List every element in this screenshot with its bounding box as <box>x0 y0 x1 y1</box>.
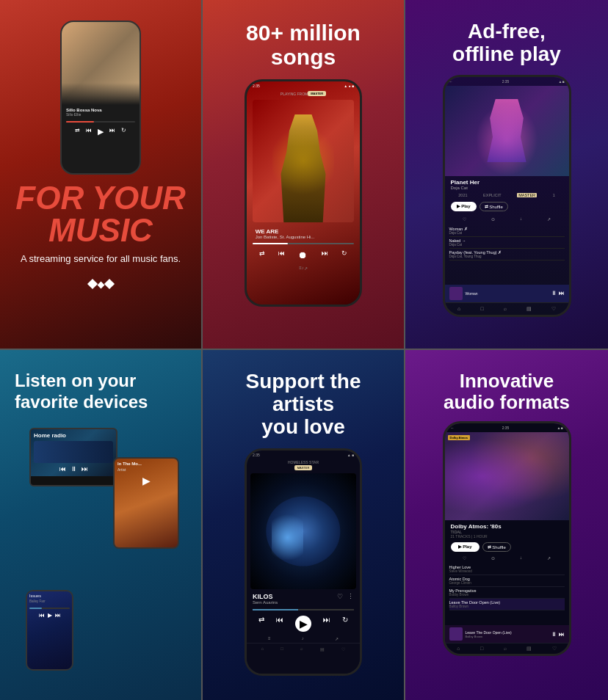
btn-row-6: ▶ Play ⇄ Shuffle <box>451 542 563 552</box>
download-icon-6[interactable]: ↓ <box>520 555 522 561</box>
fav-5[interactable]: ♡ <box>341 646 345 652</box>
next-icon[interactable]: ⏭ <box>109 127 115 136</box>
device-tv: Home radio ⏮ ⏸ ⏭ <box>29 428 117 486</box>
play-button-6[interactable]: ▶ Play <box>451 542 479 552</box>
track-artist-6-4: Balfoy Brown <box>449 605 565 608</box>
pause-np-3[interactable]: ⏸ <box>551 290 557 296</box>
cell-for-your-music: Sillo Bossa Nova Sillo Ellie ⇄ ⏮ ▶ ⏭ ↻ F… <box>0 0 203 350</box>
track-info-1: Sillo Bossa Nova Sillo Ellie <box>62 105 140 120</box>
credits-icon-3[interactable]: ⊙ <box>491 216 495 222</box>
heading-5: Support the artists you love <box>217 371 389 438</box>
back-3[interactable]: ← <box>449 79 453 84</box>
main-title-1: FOR YOUR MUSIC <box>15 182 185 247</box>
shuffle-2[interactable]: ⇄ <box>259 249 265 260</box>
progress-bar-1[interactable] <box>66 121 135 123</box>
tv-prev[interactable]: ⏮ <box>59 465 66 473</box>
prog-fill-2 <box>253 243 289 244</box>
tv-app-ui: Home radio ⏮ ⏸ ⏭ <box>31 429 116 475</box>
heart-icon-6[interactable]: ♡ <box>463 555 466 561</box>
track-artist-3-3: Doja Cat, Young Thug <box>449 255 565 258</box>
home-nav-6[interactable]: ⌂ <box>457 646 460 652</box>
phone-sm-prev[interactable]: ⏮ <box>39 612 45 619</box>
play-5[interactable]: ▶ <box>295 616 311 632</box>
browse-nav-3[interactable]: □ <box>480 306 483 312</box>
tidal-logo-1 <box>89 280 113 288</box>
pause-6[interactable]: ⏸ <box>551 631 557 638</box>
tablet-play[interactable]: ▶ <box>117 475 175 486</box>
diamond-1 <box>87 279 97 289</box>
prog-bar-2[interactable] <box>253 243 355 244</box>
phone-screen-5: 2:35 ▲ ■ HOMELESS STAR MASTER KILOS ♡ ⋮ <box>247 451 360 674</box>
share-icon-6[interactable]: ↗ <box>547 555 551 561</box>
fav-nav-6[interactable]: ♡ <box>552 646 557 652</box>
track-row-5: KILOS ♡ ⋮ <box>253 593 354 600</box>
main-grid: Sillo Bossa Nova Sillo Ellie ⇄ ⏮ ▶ ⏭ ↻ F… <box>0 0 608 700</box>
np-thumb-6 <box>449 627 463 641</box>
album-title-6: Dolby Atmos: '80s <box>451 523 563 530</box>
prog-bar-5[interactable] <box>253 609 355 610</box>
phone-sm-screen: Issues Bailey Farr ⏮ ▶ ⏭ <box>27 591 72 669</box>
next-5[interactable]: ⏭ <box>323 616 330 632</box>
np-title-3: Woman <box>466 291 548 296</box>
track-item-6-3: My Prerogative Bobby Brown <box>449 587 565 599</box>
charts-nav-3[interactable]: ▤ <box>526 306 532 312</box>
shuffle-5[interactable]: ⇄ <box>258 616 264 632</box>
heading-6: Innovative audio formats <box>444 371 570 412</box>
music-5[interactable]: ♪ <box>302 636 304 641</box>
more-5[interactable]: ⋮ <box>347 593 354 600</box>
browse-nav-6[interactable]: □ <box>480 646 483 652</box>
device-phone-small: Issues Bailey Farr ⏮ ▶ ⏭ <box>26 590 73 671</box>
play-2[interactable]: ⏺ <box>298 249 308 260</box>
search-nav-3[interactable]: ⌕ <box>504 306 507 312</box>
download-icon-3[interactable]: ↓ <box>520 216 522 222</box>
list-5[interactable]: ≡ <box>268 636 271 641</box>
tv-play[interactable]: ⏸ <box>70 465 77 473</box>
shuffle-icon[interactable]: ⇄ <box>75 127 80 136</box>
master-badge-2: MASTER <box>308 91 326 96</box>
charts-5[interactable]: ▤ <box>320 646 325 652</box>
phone-sm-next[interactable]: ⏭ <box>55 612 61 619</box>
repeat-icon[interactable]: ↻ <box>121 127 126 136</box>
track-item-6-1: Higher Love Steve Winwood <box>449 564 565 575</box>
album-title-3: Planet Her <box>451 179 563 186</box>
share-icon-2[interactable]: ↗ <box>304 266 308 271</box>
share-5[interactable]: ↗ <box>335 636 339 641</box>
ctrl-bar-2: ⇄ ⏮ ⏺ ⏭ ↻ <box>253 249 355 260</box>
search-5[interactable]: ⌕ <box>300 646 303 652</box>
now-playing-3: Woman ⏸ ⏭ <box>445 285 569 302</box>
back-6[interactable]: ← <box>451 426 455 430</box>
prev-5[interactable]: ⏮ <box>276 616 283 632</box>
phone-sm-play[interactable]: ▶ <box>48 612 52 619</box>
heart-icon-3[interactable]: ♡ <box>463 216 466 222</box>
next-np-3[interactable]: ⏭ <box>559 290 565 296</box>
shuffle-button-3[interactable]: ⇄ Shuffle <box>479 202 508 211</box>
home-5[interactable]: ⌂ <box>261 646 264 652</box>
artist-name-5: Sern Auarins <box>253 600 354 605</box>
home-nav-3[interactable]: ⌂ <box>457 306 460 312</box>
credits-icon-6[interactable]: ⊙ <box>491 555 495 561</box>
share-icon-3[interactable]: ↗ <box>547 216 551 222</box>
search-nav-6[interactable]: ⌕ <box>504 646 507 652</box>
status-icons-3: ▲■ <box>559 79 565 84</box>
prev-icon[interactable]: ⏮ <box>86 127 92 136</box>
play-icon[interactable]: ▶ <box>98 127 104 136</box>
subtitle-1: A streaming service for all music fans. <box>21 252 181 266</box>
repeat-2[interactable]: ↻ <box>341 249 347 260</box>
repeat-5[interactable]: ↻ <box>342 616 348 632</box>
album-art-5 <box>250 473 357 589</box>
time-2: 2:35 <box>253 84 260 88</box>
fav-nav-3[interactable]: ♡ <box>551 306 556 312</box>
next-2[interactable]: ⏭ <box>322 249 328 260</box>
tv-next[interactable]: ⏭ <box>82 465 88 473</box>
charts-nav-6[interactable]: ▤ <box>526 646 532 652</box>
shuffle-button-6[interactable]: ⇄ Shuffle <box>482 542 511 552</box>
prev-2[interactable]: ⏮ <box>278 249 285 260</box>
play-button-3[interactable]: ▶ Play <box>451 202 477 211</box>
track-artist-6-3: Bobby Brown <box>449 593 565 597</box>
next-6[interactable]: ⏭ <box>559 631 565 638</box>
master-badge-5: MASTER <box>294 465 313 470</box>
browse-5[interactable]: □ <box>281 646 283 652</box>
track-list-3: Woman ✗ Doja Cat Naked → Doja Cat Payday… <box>445 224 569 285</box>
heart-5[interactable]: ♡ <box>337 593 343 600</box>
tv-screen: Home radio ⏮ ⏸ ⏭ <box>31 429 116 477</box>
